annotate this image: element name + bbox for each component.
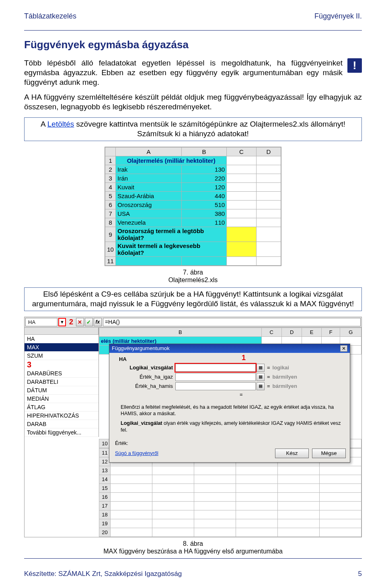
name-box-dropdown[interactable]: ▼ — [58, 318, 66, 326]
figure-2-excel-ui: HA ▼ 2 ✕ ✓ fx =HA() HAMAXSZUM 3DARABÜRES… — [24, 317, 362, 537]
figure-2-caption: 8. ábra MAX függvény beszúrása a HA függ… — [24, 540, 362, 555]
paragraph-1: Több lépésből álló feladatokat egyetlen … — [24, 58, 343, 87]
fig2-caption-a: 8. ábra — [183, 540, 203, 547]
dialog-help-link[interactable]: Súgó a függvényről — [115, 451, 158, 456]
figure-1-caption: 7. ábra Olajtermelés2.xls — [24, 268, 362, 284]
divider-bottom — [24, 558, 362, 559]
argdesc-bold: Logikai_vizsgálat — [121, 420, 162, 426]
section-title: Függvények egymásba ágyazása — [24, 39, 362, 51]
marker-3: 3 — [27, 360, 31, 369]
page: Táblázatkezelés Függvények II. Függvénye… — [0, 0, 386, 586]
box1-post: szövegre kattintva mentsük le számítógép… — [74, 120, 345, 138]
footer-right: 5 — [358, 570, 362, 578]
dialog-result-eq: = — [119, 391, 345, 400]
arg-label: Logikai_vizsgálat — [119, 365, 175, 371]
figure-1-spreadsheet: ABCD1Olajtermelés (milliár hektoliter)2I… — [105, 147, 281, 266]
dialog-description: Ellenőrzi a feltétel megfelelését, és ha… — [121, 404, 343, 417]
formula-bar: HA ▼ 2 ✕ ✓ fx =HA() — [25, 317, 361, 328]
name-box[interactable]: HA — [25, 318, 57, 326]
arg-input[interactable] — [175, 373, 256, 381]
formula-input[interactable]: =HA() — [103, 318, 361, 326]
arg-eq: = — [267, 374, 270, 380]
dialog-titlebar: Függvényargumentumok ✕ — [109, 344, 350, 353]
dialog-title: Függvényargumentumok — [112, 345, 170, 351]
marker-1: 1 — [242, 354, 246, 362]
callout-box-1: A Letöltés szövegre kattintva mentsük le… — [24, 117, 362, 141]
dialog-arg-row: Logikai_vizsgálat▦=logikai — [119, 364, 345, 372]
marker-2: 2 — [69, 318, 73, 326]
range-picker-icon[interactable]: ▦ — [257, 364, 265, 372]
arg-input[interactable] — [175, 382, 256, 390]
intro-row: Több lépésből álló feladatokat egyetlen … — [24, 58, 362, 92]
dropdown-item[interactable]: HIPERHIVATKOZÁS — [25, 412, 99, 420]
dropdown-item[interactable]: MEDIÁN — [25, 395, 99, 403]
dialog-arg-row: Érték_ha_hamis▦=bármilyen — [119, 382, 345, 390]
fig1-caption-b: Olajtermelés2.xls — [168, 277, 218, 283]
arg-label: Érték_ha_igaz — [119, 374, 175, 380]
arg-label: Érték_ha_hamis — [119, 383, 175, 389]
dialog-arg-row: Érték_ha_igaz▦=bármilyen — [119, 373, 345, 381]
box1-pre: A — [41, 120, 47, 128]
header-left: Táblázatkezelés — [24, 12, 76, 20]
range-picker-icon[interactable]: ▦ — [257, 382, 265, 390]
dropdown-item[interactable]: DÁTUM — [25, 386, 99, 395]
footer-left: Készítette: SZÁMALK Zrt, Szakképzési Iga… — [24, 570, 182, 578]
paragraph-2: A HA függvény szemlélteltésére készült p… — [24, 92, 362, 112]
dropdown-item[interactable]: DARABTELI — [25, 378, 99, 386]
function-arguments-dialog: Függvényargumentumok ✕ 1 HA Logikai_vizs… — [109, 344, 350, 463]
chevron-down-icon: ▼ — [60, 320, 64, 324]
warning-icon: ! — [347, 58, 362, 73]
dialog-cancel-button[interactable]: Mégse — [312, 449, 346, 458]
dialog-arg-description: Logikai_vizsgálat olyan érték vagy kifej… — [121, 420, 343, 433]
fig2-caption-b: MAX függvény beszúrása a HA függvény els… — [103, 548, 283, 555]
dialog-ok-button[interactable]: Kész — [275, 449, 309, 458]
divider — [24, 30, 362, 31]
dialog-function-name: HA — [119, 356, 345, 362]
callout-box-2: Első lépésként a C9-es cellába szúrjuk b… — [24, 287, 362, 311]
arg-type: logikai — [273, 365, 289, 371]
col-A-placeholder — [25, 328, 99, 334]
dropdown-item[interactable]: SZUM — [25, 352, 99, 360]
dropdown-item[interactable]: MAX — [25, 343, 99, 352]
arg-eq: = — [267, 383, 270, 389]
function-dropdown: HAMAXSZUM 3DARABÜRESDARABTELIDÁTUMMEDIÁN… — [25, 328, 99, 437]
dropdown-item[interactable]: DARAB — [25, 420, 99, 428]
dropdown-item[interactable]: További függvények... — [25, 428, 99, 437]
arg-input[interactable] — [175, 364, 256, 372]
close-button[interactable]: ✕ — [340, 345, 347, 352]
dropdown-item[interactable]: DARABÜRES — [25, 369, 99, 378]
page-footer: Készítette: SZÁMALK Zrt, Szakképzési Iga… — [24, 570, 362, 578]
cancel-button[interactable]: ✕ — [76, 318, 84, 326]
dialog-value-label: Érték: — [115, 440, 128, 446]
dropdown-item[interactable]: ÁTLAG — [25, 403, 99, 412]
enter-button[interactable]: ✓ — [85, 318, 93, 326]
range-picker-icon[interactable]: ▦ — [257, 373, 265, 381]
header-right: Függvények II. — [314, 12, 362, 20]
insert-function-button[interactable]: fx — [94, 318, 102, 326]
fig1-caption-a: 7. ábra — [183, 269, 203, 276]
dropdown-item[interactable]: HA — [25, 335, 99, 343]
arg-type: bármilyen — [273, 383, 297, 389]
arg-type: bármilyen — [273, 374, 297, 380]
download-link[interactable]: Letöltés — [47, 120, 74, 128]
page-header: Táblázatkezelés Függvények II. — [24, 12, 362, 20]
arg-eq: = — [267, 365, 270, 371]
